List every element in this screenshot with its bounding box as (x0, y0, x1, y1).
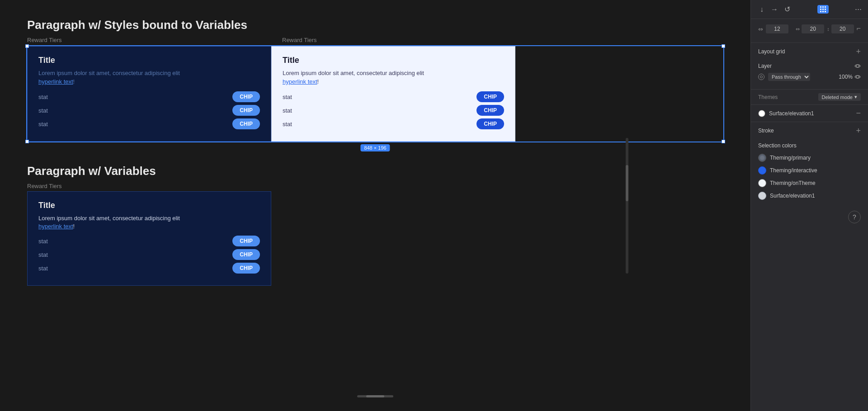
card-light-top: Title Lorem ipsum dolor sit amet, consec… (271, 46, 515, 142)
layer-circle-icon (758, 74, 764, 80)
fill-left: Surface/elevation1 (758, 110, 814, 117)
stat-label-3-light: stat (283, 121, 292, 128)
card-light-title: Title (283, 56, 504, 65)
chip-s2-1[interactable]: CHIP (232, 236, 260, 246)
grid-dot-9 (825, 11, 826, 12)
resize-handle-br[interactable] (722, 140, 725, 143)
themes-label: Themes (758, 94, 778, 100)
color-item-interactive[interactable]: Theming/interactive (758, 166, 861, 175)
selection-colors-label: Selection colors (758, 142, 797, 149)
padding-h-input[interactable] (802, 24, 824, 33)
eye-icon[interactable] (854, 74, 861, 80)
card-row-selected[interactable]: Title Lorem ipsum dolor sit amet, consec… (27, 46, 723, 142)
card-light-link[interactable]: hyperlink text (283, 78, 317, 85)
layer-circle-inner (760, 76, 763, 78)
gap-input[interactable] (766, 24, 788, 33)
chip-3-dark[interactable]: CHIP (232, 118, 260, 129)
card-dark-top: Title Lorem ipsum dolor sit amet, consec… (27, 46, 271, 142)
stat-row-3-dark: stat CHIP (38, 118, 260, 129)
toolbar-icons: ↓ → ↺ (757, 5, 792, 14)
layer-label: Layer (758, 63, 772, 69)
padding-v-control: ↕ (827, 24, 854, 33)
stat-label-1-dark: stat (38, 94, 48, 100)
undo-icon[interactable]: ↺ (783, 5, 792, 14)
stat-row-1-light: stat CHIP (283, 91, 504, 102)
padding-v-input[interactable] (831, 24, 854, 33)
layer-blend: Pass through Normal Multiply (758, 73, 810, 81)
grid-dot-4 (820, 9, 821, 10)
resize-handle-tl[interactable] (25, 44, 29, 48)
canvas-scrollbar[interactable] (357, 395, 393, 397)
grid-dot-5 (822, 9, 824, 10)
stat-label-1-light: stat (283, 94, 292, 100)
section1-title: Paragraph w/ Styles bound to Variables (27, 18, 723, 32)
stat-s2-2: stat (38, 251, 48, 258)
layout-grid-add[interactable]: + (856, 47, 861, 56)
card-dark-link[interactable]: hyperlink text (38, 78, 73, 85)
reward-label-s2: Reward Tiers (27, 183, 723, 189)
gap-row: ⇔ ⇔ ↕ ⌐ (758, 24, 861, 33)
themes-value-text: Deleted mode (822, 94, 853, 100)
chip-2-light[interactable]: CHIP (476, 105, 504, 116)
spacing-section: ⇔ ⇔ ↕ ⌐ (751, 19, 868, 43)
right-panel: ↓ → ↺ (750, 0, 868, 411)
more-icon[interactable]: ··· (855, 5, 862, 14)
themes-row: Themes Deleted mode ▾ (751, 90, 868, 105)
size-badge: 848 × 196 (360, 144, 390, 151)
stat-row-2-s2: stat CHIP (38, 249, 260, 260)
help-button[interactable]: ? (848, 211, 861, 223)
color-item-elevation[interactable]: Surface/elevation1 (758, 192, 861, 200)
chip-2-dark[interactable]: CHIP (232, 105, 260, 116)
opacity-input[interactable] (837, 74, 853, 80)
card-dark-s2-inner: Title Lorem ipsum dolor sit amet, consec… (27, 191, 271, 286)
grid-dot-2 (822, 6, 824, 8)
color-item-primary[interactable]: Theming/primary (758, 154, 861, 162)
stat-row-2-dark: stat CHIP (38, 105, 260, 116)
color-name-primary: Theming/primary (770, 155, 811, 161)
visibility-icon[interactable] (854, 63, 861, 69)
card-s2-link[interactable]: hyperlink text (38, 223, 73, 230)
gap-icon: ⇔ (758, 26, 763, 33)
arrow-right-icon[interactable]: → (770, 5, 779, 14)
panel-footer: ? (751, 208, 868, 231)
chip-3-light[interactable]: CHIP (476, 118, 504, 129)
color-name-ontheme: Theming/onTheme (770, 180, 816, 186)
themes-value[interactable]: Deleted mode ▾ (818, 93, 861, 101)
color-swatch-primary (758, 154, 766, 162)
chip-1-light[interactable]: CHIP (476, 91, 504, 102)
blend-mode-select[interactable]: Pass through Normal Multiply (768, 73, 810, 81)
selection-colors-section: Selection colors Theming/primary Theming… (751, 137, 868, 208)
panel-toolbar: ↓ → ↺ (751, 0, 868, 19)
resize-handle-tr[interactable] (722, 44, 725, 48)
opacity-control (837, 74, 861, 80)
scroll-thumb-h[interactable] (366, 395, 384, 397)
chip-s2-3[interactable]: CHIP (232, 263, 260, 274)
chip-1-dark[interactable]: CHIP (232, 91, 260, 102)
corner-icon[interactable]: ⌐ (857, 24, 861, 33)
resize-handle-bl[interactable] (25, 140, 29, 143)
fill-row: Surface/elevation1 − (751, 105, 868, 122)
grid-dot-8 (822, 11, 824, 12)
grid-dot-7 (820, 11, 821, 12)
stroke-add-btn[interactable]: + (856, 127, 861, 135)
fill-swatch[interactable] (758, 110, 765, 117)
themes-chevron: ▾ (854, 94, 857, 100)
canvas-scrollbar-v[interactable] (626, 138, 628, 274)
fill-minus-btn[interactable]: − (856, 109, 861, 118)
color-swatch-elevation (758, 192, 766, 200)
grid-row-3 (820, 11, 826, 12)
card-dark-s2: Title Lorem ipsum dolor sit amet, consec… (27, 191, 723, 286)
arrow-down-icon[interactable]: ↓ (757, 5, 766, 14)
card-light-body: Lorem ipsum dolor sit amet, consectetur … (283, 70, 424, 76)
scroll-thumb-v[interactable] (626, 165, 628, 201)
color-item-ontheme[interactable]: Theming/onTheme (758, 179, 861, 187)
grid-dot-3 (825, 6, 826, 8)
stat-row-1-dark: stat CHIP (38, 91, 260, 102)
grid-icon (820, 6, 826, 12)
gap-control: ⇔ (758, 24, 788, 33)
stroke-label: Stroke (758, 128, 774, 134)
grid-layout-button[interactable] (817, 5, 829, 14)
chip-s2-2[interactable]: CHIP (232, 249, 260, 260)
stat-row-3-s2: stat CHIP (38, 263, 260, 274)
layer-visibility (854, 63, 861, 69)
